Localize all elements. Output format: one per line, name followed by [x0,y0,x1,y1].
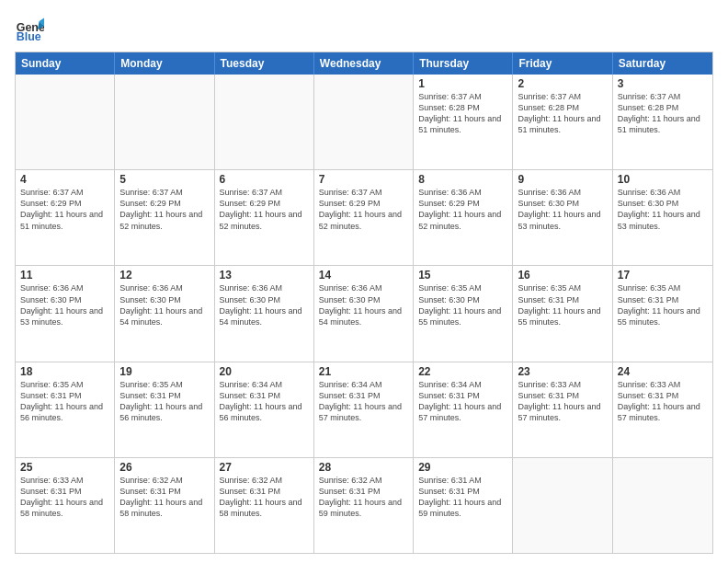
day-info: Sunrise: 6:31 AM Sunset: 6:31 PM Dayligh… [418,475,507,520]
cal-day-12: 12Sunrise: 6:36 AM Sunset: 6:30 PM Dayli… [115,266,214,361]
cal-day-1: 1Sunrise: 6:37 AM Sunset: 6:28 PM Daylig… [414,75,513,169]
cal-day-27: 27Sunrise: 6:32 AM Sunset: 6:31 PM Dayli… [215,458,314,553]
day-info: Sunrise: 6:36 AM Sunset: 6:30 PM Dayligh… [220,282,309,327]
cal-week-2: 4Sunrise: 6:37 AM Sunset: 6:29 PM Daylig… [16,169,712,265]
day-number: 20 [220,365,309,378]
cal-day-4: 4Sunrise: 6:37 AM Sunset: 6:29 PM Daylig… [16,170,115,265]
cal-week-1: 1Sunrise: 6:37 AM Sunset: 6:28 PM Daylig… [16,75,712,169]
cal-header-friday: Friday [513,52,612,75]
day-number: 14 [319,269,408,282]
cal-week-5: 25Sunrise: 6:33 AM Sunset: 6:31 PM Dayli… [16,457,712,553]
day-info: Sunrise: 6:32 AM Sunset: 6:31 PM Dayligh… [319,475,408,520]
day-info: Sunrise: 6:34 AM Sunset: 6:31 PM Dayligh… [418,379,507,424]
day-number: 8 [418,173,507,186]
cal-day-7: 7Sunrise: 6:37 AM Sunset: 6:29 PM Daylig… [314,170,414,265]
day-info: Sunrise: 6:35 AM Sunset: 6:31 PM Dayligh… [518,282,607,327]
cal-day-empty [215,75,314,169]
cal-day-28: 28Sunrise: 6:32 AM Sunset: 6:31 PM Dayli… [314,458,414,553]
page-header: General Blue [15,15,713,44]
day-number: 25 [20,461,109,474]
day-number: 17 [618,269,708,282]
day-info: Sunrise: 6:35 AM Sunset: 6:31 PM Dayligh… [119,379,209,424]
day-number: 1 [418,77,507,90]
logo: General Blue [15,15,44,44]
cal-day-24: 24Sunrise: 6:33 AM Sunset: 6:31 PM Dayli… [613,362,712,457]
day-number: 26 [119,461,209,474]
day-number: 19 [119,365,209,378]
cal-day-13: 13Sunrise: 6:36 AM Sunset: 6:30 PM Dayli… [215,266,314,361]
day-number: 24 [618,365,708,378]
day-number: 6 [220,173,309,186]
cal-day-11: 11Sunrise: 6:36 AM Sunset: 6:30 PM Dayli… [16,266,115,361]
day-info: Sunrise: 6:35 AM Sunset: 6:31 PM Dayligh… [618,282,708,327]
cal-day-empty [16,75,115,169]
day-number: 7 [319,173,408,186]
cal-week-3: 11Sunrise: 6:36 AM Sunset: 6:30 PM Dayli… [16,265,712,361]
cal-day-empty [314,75,414,169]
day-number: 18 [20,365,109,378]
cal-day-6: 6Sunrise: 6:37 AM Sunset: 6:29 PM Daylig… [215,170,314,265]
day-info: Sunrise: 6:33 AM Sunset: 6:31 PM Dayligh… [518,379,607,424]
day-number: 29 [418,461,507,474]
day-info: Sunrise: 6:36 AM Sunset: 6:30 PM Dayligh… [518,187,607,232]
cal-day-23: 23Sunrise: 6:33 AM Sunset: 6:31 PM Dayli… [513,362,612,457]
day-info: Sunrise: 6:37 AM Sunset: 6:29 PM Dayligh… [20,187,109,232]
cal-day-empty [613,458,712,553]
day-number: 28 [319,461,408,474]
cal-day-2: 2Sunrise: 6:37 AM Sunset: 6:28 PM Daylig… [513,75,612,169]
cal-header-tuesday: Tuesday [215,52,314,75]
day-number: 2 [518,77,607,90]
day-number: 4 [20,173,109,186]
day-info: Sunrise: 6:37 AM Sunset: 6:28 PM Dayligh… [418,91,507,136]
day-info: Sunrise: 6:37 AM Sunset: 6:29 PM Dayligh… [319,187,408,232]
day-info: Sunrise: 6:37 AM Sunset: 6:28 PM Dayligh… [518,91,607,136]
cal-day-15: 15Sunrise: 6:35 AM Sunset: 6:30 PM Dayli… [414,266,513,361]
cal-day-22: 22Sunrise: 6:34 AM Sunset: 6:31 PM Dayli… [414,362,513,457]
cal-day-14: 14Sunrise: 6:36 AM Sunset: 6:30 PM Dayli… [314,266,414,361]
day-info: Sunrise: 6:33 AM Sunset: 6:31 PM Dayligh… [20,475,109,520]
day-info: Sunrise: 6:36 AM Sunset: 6:29 PM Dayligh… [418,187,507,232]
day-info: Sunrise: 6:32 AM Sunset: 6:31 PM Dayligh… [220,475,309,520]
day-info: Sunrise: 6:35 AM Sunset: 6:31 PM Dayligh… [20,379,109,424]
day-info: Sunrise: 6:33 AM Sunset: 6:31 PM Dayligh… [618,379,708,424]
calendar: SundayMondayTuesdayWednesdayThursdayFrid… [15,52,713,554]
day-number: 3 [618,77,708,90]
cal-week-4: 18Sunrise: 6:35 AM Sunset: 6:31 PM Dayli… [16,362,712,457]
cal-day-18: 18Sunrise: 6:35 AM Sunset: 6:31 PM Dayli… [16,362,115,457]
cal-header-saturday: Saturday [613,52,712,75]
cal-day-21: 21Sunrise: 6:34 AM Sunset: 6:31 PM Dayli… [314,362,414,457]
cal-header-sunday: Sunday [16,52,115,75]
day-number: 21 [319,365,408,378]
cal-header-monday: Monday [115,52,214,75]
cal-header-wednesday: Wednesday [314,52,414,75]
logo-icon: General Blue [15,15,44,44]
day-number: 12 [119,269,209,282]
day-info: Sunrise: 6:36 AM Sunset: 6:30 PM Dayligh… [319,282,408,327]
calendar-header-row: SundayMondayTuesdayWednesdayThursdayFrid… [16,52,712,75]
cal-day-empty [513,458,612,553]
cal-day-8: 8Sunrise: 6:36 AM Sunset: 6:29 PM Daylig… [414,170,513,265]
day-info: Sunrise: 6:34 AM Sunset: 6:31 PM Dayligh… [319,379,408,424]
day-number: 22 [418,365,507,378]
cal-header-thursday: Thursday [414,52,513,75]
day-info: Sunrise: 6:36 AM Sunset: 6:30 PM Dayligh… [119,282,209,327]
cal-day-16: 16Sunrise: 6:35 AM Sunset: 6:31 PM Dayli… [513,266,612,361]
day-number: 16 [518,269,607,282]
day-number: 11 [20,269,109,282]
day-number: 9 [518,173,607,186]
cal-day-26: 26Sunrise: 6:32 AM Sunset: 6:31 PM Dayli… [115,458,214,553]
cal-day-10: 10Sunrise: 6:36 AM Sunset: 6:30 PM Dayli… [613,170,712,265]
day-info: Sunrise: 6:37 AM Sunset: 6:29 PM Dayligh… [220,187,309,232]
day-number: 13 [220,269,309,282]
svg-text:Blue: Blue [17,30,41,43]
day-info: Sunrise: 6:37 AM Sunset: 6:28 PM Dayligh… [618,91,708,136]
day-number: 15 [418,269,507,282]
day-number: 23 [518,365,607,378]
cal-day-20: 20Sunrise: 6:34 AM Sunset: 6:31 PM Dayli… [215,362,314,457]
day-number: 5 [119,173,209,186]
day-info: Sunrise: 6:37 AM Sunset: 6:29 PM Dayligh… [119,187,209,232]
day-number: 27 [220,461,309,474]
cal-day-5: 5Sunrise: 6:37 AM Sunset: 6:29 PM Daylig… [115,170,214,265]
day-number: 10 [618,173,708,186]
day-info: Sunrise: 6:34 AM Sunset: 6:31 PM Dayligh… [220,379,309,424]
